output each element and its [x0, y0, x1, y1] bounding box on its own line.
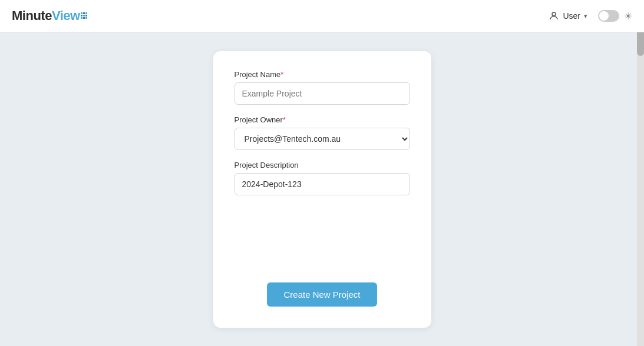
project-owner-required: * — [283, 115, 286, 124]
project-name-label: Project Name* — [235, 70, 410, 79]
project-name-group: Project Name* — [235, 70, 410, 105]
header-right: User ▾ ☀ — [549, 10, 632, 22]
project-owner-group: Project Owner* Projects@Tentech.com.au — [235, 115, 410, 150]
theme-toggle[interactable] — [598, 10, 619, 22]
project-description-group: Project Description — [235, 161, 410, 195]
main-content: Project Name* Project Owner* Projects@Te… — [0, 32, 644, 346]
project-owner-label: Project Owner* — [235, 115, 410, 124]
logo-minute: Minute — [12, 8, 52, 24]
chevron-down-icon: ▾ — [584, 12, 587, 20]
user-icon — [549, 11, 559, 21]
logo-pixel-decoration — [81, 12, 87, 19]
logo: Minute View — [12, 8, 87, 24]
theme-toggle-container: ☀ — [598, 10, 632, 22]
project-description-label: Project Description — [235, 161, 410, 169]
project-name-required: * — [280, 70, 283, 79]
sun-icon[interactable]: ☀ — [624, 11, 632, 22]
create-new-project-button[interactable]: Create New Project — [267, 282, 377, 307]
project-owner-select[interactable]: Projects@Tentech.com.au — [235, 128, 410, 150]
user-menu[interactable]: User ▾ — [549, 11, 587, 21]
project-description-input[interactable] — [235, 173, 410, 195]
scrollbar[interactable] — [637, 0, 644, 346]
create-project-card: Project Name* Project Owner* Projects@Te… — [213, 51, 431, 328]
card-footer: Create New Project — [213, 282, 431, 307]
user-label: User — [563, 11, 580, 21]
project-name-input[interactable] — [235, 82, 410, 105]
logo-view: View — [52, 8, 80, 24]
svg-point-0 — [552, 12, 556, 16]
header: Minute View U — [0, 0, 644, 32]
